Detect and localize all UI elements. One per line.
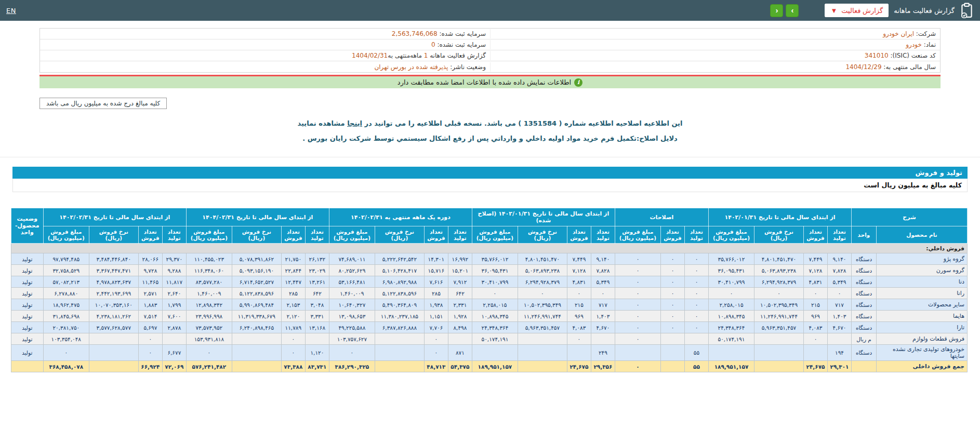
- value-cell: ۰: [684, 288, 708, 299]
- value-cell: ۰: [660, 288, 684, 299]
- value-cell: ۵,۳۴۹: [591, 276, 615, 288]
- value-cell: ۰: [615, 276, 660, 288]
- value-cell: ۸۳,۷۳۱: [305, 361, 329, 372]
- column-header: مبلغ فروش (میلیون ریال): [615, 226, 660, 244]
- value-cell: ۰: [43, 345, 89, 361]
- info-value: 1404/12/29: [845, 63, 881, 71]
- value-cell: ۲۴,۶۷۵: [567, 361, 591, 372]
- value-cell: ۵,۰۶۳,۸۹۳,۲۳۸: [518, 265, 567, 276]
- chevron-down-icon: ▼: [830, 7, 837, 15]
- value-cell: [567, 345, 591, 361]
- value-cell: ۳,۵۷۷,۶۲۸,۵۷۷: [89, 322, 138, 333]
- column-group-header: اصلاحات: [615, 208, 708, 226]
- value-cell: ۰: [660, 265, 684, 276]
- value-cell: ۰: [804, 288, 828, 299]
- value-cell: ۳۶۸,۴۵۸,۰۷۸: [43, 361, 89, 372]
- value-cell: ۳۶,۰۹۵,۴۳۱: [472, 265, 518, 276]
- value-cell: ۲,۵۷۱: [138, 288, 162, 299]
- info-cell-left: گزارش فعالیت ماهانه 1 ماهه‌منتهی به1404/…: [40, 51, 490, 60]
- value-cell: ۲۱,۷۵۰: [281, 253, 305, 265]
- value-cell: ۳۶,۰۹۵,۴۳۱: [708, 265, 754, 276]
- value-cell: ۵,۶۹۷: [138, 322, 162, 333]
- column-header: تعداد تولید: [828, 226, 852, 244]
- value-cell: ۱۳,۱۶۸: [305, 322, 329, 333]
- value-cell: ۵,۴۹۰,۳۶۴,۸۰۹: [375, 299, 424, 311]
- section-unit-note: کلیه مبالغ به میلیون ریال است: [12, 179, 968, 192]
- value-cell: ۱۳,۲۶۱: [305, 276, 329, 288]
- value-cell: ۷,۶۰۰: [162, 311, 186, 322]
- value-cell: ۲,۱۲۰: [281, 311, 305, 322]
- info-value: خودرو: [906, 41, 922, 48]
- value-cell: [804, 345, 828, 361]
- value-cell: [591, 333, 615, 345]
- value-cell: ۰: [660, 276, 684, 288]
- value-cell: ۱۲,۸۹۸,۳۴۲: [186, 299, 232, 311]
- table-row: سایر محصولاتدستگاه۷۱۷۲۱۵۱۰,۵۰۲,۳۹۵,۳۴۹۲,…: [11, 299, 967, 311]
- value-cell: ۱۶,۹۹۲: [448, 253, 472, 265]
- value-cell: ۲۸۵: [424, 288, 448, 299]
- value-cell: ۱,۸۸۳: [138, 299, 162, 311]
- product-status: تولید: [11, 253, 43, 265]
- table-row: هایمادستگاه۱,۴۰۳۹۶۹۱۱,۲۴۶,۹۹۱,۷۴۴۱۰,۸۹۸,…: [11, 311, 967, 322]
- value-cell: ۹۶۹: [804, 311, 828, 322]
- info-cell-left: وضعیت ناشر: پذیرفته شده در بورس تهران: [40, 62, 490, 72]
- report-type-dropdown[interactable]: گزارش فعالیت ▼: [825, 4, 889, 17]
- column-header: تعداد تولید: [684, 226, 708, 244]
- value-cell: [232, 333, 281, 345]
- info-row: کد صنعت (ISIC): 341010گزارش فعالیت ماهان…: [40, 50, 940, 61]
- product-name: جمع فروش داخلی: [877, 361, 968, 372]
- value-cell: ۹,۲۸۸: [162, 265, 186, 276]
- value-cell: ۲۴,۶۷۵: [804, 361, 828, 372]
- product-unit: دستگاه: [852, 345, 877, 361]
- value-cell: ۱۱۰,۴۵۵,۰۲۳: [186, 253, 232, 265]
- value-cell: ۲۴۹: [591, 345, 615, 361]
- previous-disclosure-link[interactable]: اینجا: [347, 119, 362, 127]
- value-cell: ۹۷,۷۹۴,۴۸۵: [43, 253, 89, 265]
- product-name: فروش قطعات ولوازم: [877, 333, 968, 345]
- language-toggle-en[interactable]: EN: [6, 7, 16, 15]
- product-unit: دستگاه: [852, 288, 877, 299]
- next-report-button[interactable]: ›: [786, 4, 799, 17]
- product-name: رانا: [877, 288, 968, 299]
- value-cell: [89, 333, 138, 345]
- column-header: نرخ فروش (ریال): [375, 226, 424, 244]
- value-cell: ۴,۸۰۱,۴۵۱,۴۷۰: [754, 253, 804, 265]
- divider: [0, 157, 980, 157]
- info-row: نماد: خودروسرمایه ثبت نشده: 0: [40, 39, 940, 50]
- value-cell: ۴,۲۳۸,۱۸۱,۲۶۲: [89, 311, 138, 322]
- value-cell: ۱۰,۰۷۰,۳۵۳,۱۶۰: [89, 299, 138, 311]
- column-header: تعداد فروش: [424, 226, 448, 244]
- column-header: تعداد تولید: [591, 226, 615, 244]
- info-value: 1404/02/31: [352, 52, 388, 59]
- prev-report-button[interactable]: ‹: [770, 4, 783, 17]
- value-cell: ۱۸,۹۶۲,۴۷۵: [43, 299, 89, 311]
- value-cell: ۰: [615, 333, 660, 345]
- value-cell: ۰: [684, 253, 708, 265]
- value-cell: ۰: [615, 361, 660, 372]
- value-cell: ۲,۴۴۲,۱۹۳,۶۹۹: [89, 288, 138, 299]
- product-unit: دستگاه: [852, 299, 877, 311]
- value-cell: ۴,۰۸۳: [567, 322, 591, 333]
- column-header: تعداد تولید: [305, 226, 329, 244]
- column-header: تعداد فروش: [804, 226, 828, 244]
- value-cell: ۵۳,۱۶۶,۴۸۱: [329, 276, 375, 288]
- info-label: شرکت:: [914, 30, 936, 37]
- value-cell: [305, 333, 329, 345]
- value-cell: ۲۶,۱۳۲: [305, 253, 329, 265]
- section-title: تولید و فروش: [12, 167, 968, 179]
- value-cell: ۲,۱۵۳: [281, 299, 305, 311]
- product-status: تولید: [11, 288, 43, 299]
- value-cell: ۱,۱۵۱: [424, 311, 448, 322]
- value-cell: ۵,۹۶۳,۳۵۱,۴۵۷: [754, 322, 804, 333]
- value-cell: ۱۵۳,۹۳۱,۸۱۸: [186, 333, 232, 345]
- value-cell: ۰: [615, 288, 660, 299]
- value-cell: ۷,۴۴۹: [804, 253, 828, 265]
- value-cell: ۳۵,۷۶۶,۰۱۲: [708, 253, 754, 265]
- value-cell: [828, 333, 852, 345]
- value-cell: [375, 333, 424, 345]
- value-cell: ۰: [828, 288, 852, 299]
- info-cell-right: کد صنعت (ISIC): 341010: [490, 51, 940, 60]
- product-name: گروه پژو: [877, 253, 968, 265]
- info-label: وضعیت ناشر:: [448, 63, 486, 71]
- value-cell: ۱۱,۲۴۶,۹۹۱,۷۴۴: [754, 311, 804, 322]
